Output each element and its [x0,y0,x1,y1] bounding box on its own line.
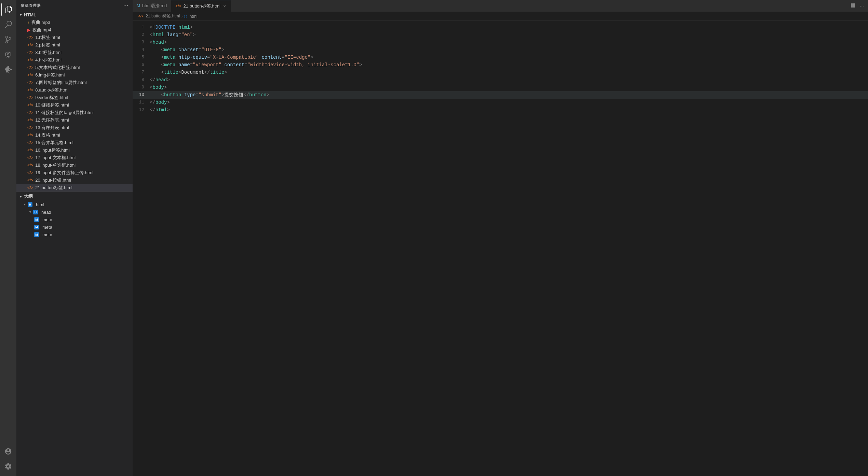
tab-label: 21.button标签.html [184,3,220,9]
chevron-down-icon: ▼ [29,210,32,214]
chevron-down-icon: ▼ [23,203,26,206]
code-line-5: 5 <meta http-equiv="X-UA-Compatible" con… [133,54,868,61]
outline-meta-2[interactable]: M meta [16,223,133,231]
file-10link[interactable]: </> 10.链接标签.html [16,101,133,109]
file-7img-title[interactable]: </> 7.图片标签的title属性.html [16,79,133,86]
code-line-12: 12 </html> [133,106,868,114]
line-content-4: <meta charset="UTF-8"> [150,46,224,54]
html-file-icon: </> [27,43,33,47]
explorer-icon[interactable] [1,3,15,16]
file-2p[interactable]: </> 2.p标签.html [16,41,133,49]
file-17input-text[interactable]: </> 17.input-文本框.html [16,154,133,162]
file-name: 9.video标签.html [35,95,68,101]
code-container: 1 <!DOCTYPE html> 2 <html lang="en"> 3 <… [133,21,868,116]
sidebar-header-icons: ··· [123,3,128,8]
outline-html[interactable]: ▼ H html [16,201,133,208]
breadcrumb-tag-label: html [190,14,198,19]
line-content-1: <!DOCTYPE html> [150,24,193,31]
file-18input-radio[interactable]: </> 18.input-单选框.html [16,162,133,169]
sidebar-header: 资源管理器 ··· [16,0,133,11]
line-number-2: 2 [133,31,150,39]
file-name: 夜曲.mp3 [31,19,50,26]
file-name: 12.无序列表.html [35,117,69,123]
file-name: 3.br标签.html [35,50,62,56]
file-name: 21.button标签.html [35,185,72,191]
editor-area[interactable]: 1 <!DOCTYPE html> 2 <html lang="en"> 3 <… [133,21,868,476]
extensions-icon[interactable] [1,63,15,76]
file-name: 15.合并单元格.html [35,140,73,146]
html-tag-breadcrumb-icon: ⬡ [184,14,187,18]
file-name: 17.input-文本框.html [35,155,76,161]
outline-title[interactable]: ▼ 大纲 [16,192,133,201]
file-13ol[interactable]: </> 13.有序列表.html [16,124,133,131]
file-6img[interactable]: </> 6.img标签.html [16,71,133,79]
html-file-icon: </> [27,118,33,123]
sidebar-title: 资源管理器 [21,3,41,8]
html-file-icon: </> [27,80,33,85]
file-9video[interactable]: </> 9.video标签.html [16,94,133,101]
outline-meta-1[interactable]: M meta [16,216,133,223]
code-line-3: 3 <head> [133,39,868,46]
source-control-icon[interactable] [1,33,15,46]
file-20input-btn[interactable]: </> 20.input-按钮.html [16,177,133,184]
file-name: 7.图片标签的title属性.html [35,80,86,86]
file-14table[interactable]: </> 14.表格.html [16,131,133,139]
run-debug-icon[interactable] [1,48,15,61]
close-tab-icon[interactable]: × [222,3,227,10]
file-19input-file[interactable]: </> 19.input-多文件选择上传.html [16,169,133,177]
breadcrumb-tag[interactable]: ⬡ html [184,14,197,19]
code-line-4: 4 <meta charset="UTF-8"> [133,46,868,54]
tab-html-syntax[interactable]: M html语法.md [133,0,171,12]
file-yeqump4[interactable]: ▶ 夜曲.mp4 [16,26,133,34]
file-name: 20.input-按钮.html [35,177,71,183]
file-name: 8.audio标签.html [35,87,68,93]
outline-meta-3[interactable]: M meta [16,231,133,238]
split-editor-icon[interactable] [849,1,857,11]
account-icon[interactable] [1,445,15,458]
line-number-10: 10 [133,91,150,99]
html-file-icon: </> [175,4,181,9]
file-8audio[interactable]: </> 8.audio标签.html [16,86,133,94]
breadcrumb: </> 21.button标签.html › ⬡ html [133,12,868,21]
outline-label: 大纲 [24,193,33,199]
line-content-8: </head> [150,76,170,84]
file-name: 10.链接标签.html [35,102,69,108]
meta-tag-icon: M [34,217,39,222]
file-yeqump3[interactable]: ♪ 夜曲.mp3 [16,19,133,26]
file-name: 11.链接标签的target属性.html [35,110,94,116]
breadcrumb-file-label: 21.button标签.html [146,14,180,18]
file-12ul[interactable]: </> 12.无序列表.html [16,116,133,124]
file-5text[interactable]: </> 5.文本格式化标签.html [16,64,133,71]
code-line-7: 7 <title>Document</title> [133,69,868,76]
file-16input[interactable]: </> 16.input标签.html [16,146,133,154]
file-21button[interactable]: </> 21.button标签.html [16,184,133,192]
outline-item-label: html [36,202,44,207]
html-file-icon: </> [27,133,33,138]
line-number-6: 6 [133,61,150,69]
file-1h[interactable]: </> 1.h标签.html [16,34,133,41]
more-options-icon[interactable]: ··· [123,3,128,8]
html-file-icon: </> [27,65,33,70]
outline-head[interactable]: ▼ H head [16,208,133,216]
meta-tag-icon: M [34,232,39,237]
search-icon[interactable] [1,18,15,31]
chevron-down-icon: ▼ [19,195,23,198]
file-11link-target[interactable]: </> 11.链接标签的target属性.html [16,109,133,116]
file-name: 夜曲.mp4 [32,27,51,33]
file-name: 14.表格.html [35,132,60,138]
tab-bar: M html语法.md </> 21.button标签.html × ··· [133,0,868,12]
activity-bar [0,0,16,476]
file-4hr[interactable]: </> 4.hr标签.html [16,56,133,64]
file-3br[interactable]: </> 3.br标签.html [16,49,133,56]
breadcrumb-file[interactable]: </> 21.button标签.html [138,13,180,19]
html-file-icon: </> [27,95,33,100]
tab-label: html语法.md [142,3,167,9]
html-file-icon: </> [27,103,33,108]
tree-section-html[interactable]: ▼ HTML [16,11,133,19]
more-actions-icon[interactable]: ··· [858,2,865,10]
settings-icon[interactable] [1,460,15,473]
html-breadcrumb-icon: </> [138,14,144,18]
tab-button-html[interactable]: </> 21.button标签.html × [171,0,231,12]
file-15merge[interactable]: </> 15.合并单元格.html [16,139,133,146]
html-file-icon: </> [27,125,33,130]
